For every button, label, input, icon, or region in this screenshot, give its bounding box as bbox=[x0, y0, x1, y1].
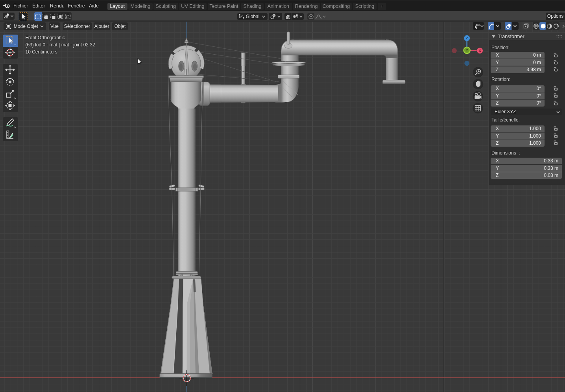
svg-text:X: X bbox=[478, 48, 481, 53]
svg-text:Y: Y bbox=[466, 48, 469, 52]
svg-text:Z: Z bbox=[466, 36, 468, 40]
